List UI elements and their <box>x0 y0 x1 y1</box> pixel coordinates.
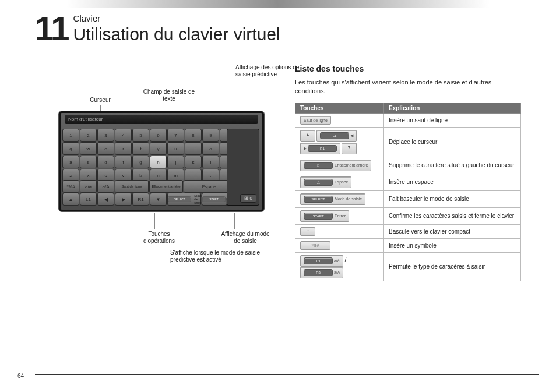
keyboard-diagram: Affichage des options de saisie prédicti… <box>58 64 266 216</box>
key-input-mode: SELECT Mode de saisie <box>167 193 201 206</box>
callout-predictive-display: Affichage des options de saisie prédicti… <box>235 64 305 78</box>
section-name: Clavier <box>73 13 280 23</box>
table-row: ▲L1 ◀▶ R1▼Déplace le curseur <box>295 127 521 157</box>
explanation-cell: Déplace le curseur <box>384 127 521 157</box>
key-e: e <box>97 142 114 155</box>
callout-predictive-note: S'affiche lorsque le mode de saisie préd… <box>170 249 275 263</box>
callout-operation-keys: Touches d'opérations <box>133 231 185 245</box>
explanation-cell: Insère un espace <box>384 174 521 190</box>
callout-text-field: Champ de saisie de texte <box>140 89 198 103</box>
key-4: 4 <box>115 129 132 142</box>
key-cell: SELECTMode de saisie <box>295 190 384 207</box>
keycap: SELECTMode de saisie <box>300 193 365 205</box>
page-header: 11 Clavier Utilisation du clavier virtue… <box>35 12 280 45</box>
key-d: d <box>97 156 114 168</box>
key-o: o <box>202 142 219 155</box>
table-row: △EspaceInsère un espace <box>295 174 521 190</box>
key-l3-accent: a/à <box>80 180 97 193</box>
key-1: 1 <box>62 129 79 142</box>
key-i: i <box>185 142 202 155</box>
table-row: □Effacement arrièreSupprime le caractère… <box>295 157 521 174</box>
table-row: Saut de ligneInsère un saut de ligne <box>295 113 521 127</box>
key-cell: ⠿ <box>295 224 384 238</box>
key-t: t <box>132 142 149 155</box>
key-g: g <box>132 156 149 168</box>
right-column: Liste des touches Les touches qui s'affi… <box>295 64 521 369</box>
keycap: *%# <box>300 241 330 250</box>
header-rule <box>17 33 539 33</box>
chapter-number: 11 <box>35 12 67 45</box>
key-l1: L1 <box>80 193 97 206</box>
top-gradient <box>0 0 556 8</box>
key-r1: R1 <box>132 193 149 206</box>
key-8: 8 <box>185 129 202 142</box>
key-cell: *%# <box>295 238 384 252</box>
grid-icon: ⠿ <box>300 227 315 236</box>
key-cell: L3 a/à / R3 a/A <box>295 252 384 281</box>
key-w: w <box>80 142 97 155</box>
key-cell: □Effacement arrière <box>295 157 384 174</box>
keycap: ▲ <box>300 130 315 142</box>
explanation-cell: Supprime le caractère situé à gauche du … <box>384 157 521 174</box>
key-s: s <box>80 156 97 168</box>
key-r: r <box>115 142 132 155</box>
virtual-keyboard: Nom d'utilisateur 1234567890qwertyuiopas… <box>58 111 265 212</box>
text-input-field: Nom d'utilisateur <box>65 115 258 124</box>
key-left: ◀ <box>97 193 114 206</box>
grid-chip-icon: ⊞ 0 <box>240 194 256 203</box>
table-row: STARTEntrerConfirme les caractères saisi… <box>295 207 521 224</box>
right-heading: Liste des touches <box>295 64 521 73</box>
prediction-panel: ⊞ 0 <box>227 129 259 206</box>
page-number: 64 <box>17 373 540 379</box>
explanation-cell: Fait basculer le mode de saisie <box>384 190 521 207</box>
table-row: ⠿Bascule vers le clavier compact <box>295 224 521 238</box>
keycap: □Effacement arrière <box>300 160 371 171</box>
main-columns: Affichage des options de saisie prédicti… <box>35 64 521 369</box>
table-row: *%#Insère un symbole <box>295 238 521 252</box>
key-u: u <box>167 142 184 155</box>
explanation-cell: Bascule vers le clavier compact <box>384 224 521 238</box>
explanation-cell: Confirme les caractères saisis et ferme … <box>384 207 521 224</box>
keycap: L1 ◀ <box>316 130 357 142</box>
key-backspace: Effacement arrière <box>149 180 183 193</box>
callout-cursor: Curseur <box>83 97 118 104</box>
key-cell: STARTEntrer <box>295 207 384 224</box>
explanation-cell: Insère un saut de ligne <box>384 113 521 127</box>
th-expl: Explication <box>384 103 521 113</box>
key-line-break: Saut de ligne <box>115 180 149 193</box>
keys-table: Touches Explication Saut de ligneInsère … <box>295 103 521 281</box>
table-row: L3 a/à / R3 a/APermute le type de caracè… <box>295 252 521 281</box>
explanation-cell: Insère un symbole <box>384 238 521 252</box>
key-5: 5 <box>132 129 149 142</box>
keycap: STARTEntrer <box>300 210 349 222</box>
key-3: 3 <box>97 129 114 142</box>
key-down: ▼ <box>150 193 167 206</box>
key-k: k <box>185 156 202 168</box>
keycap: ▶ R1 <box>300 143 340 154</box>
key-up: ▲ <box>62 193 79 206</box>
key-f: f <box>115 156 132 168</box>
key-l: l <box>202 156 219 168</box>
key-cell: △Espace <box>295 174 384 190</box>
keycap: △Espace <box>300 176 351 188</box>
keycap: ▼ <box>342 143 357 154</box>
table-row: SELECTMode de saisieFait basculer le mod… <box>295 190 521 207</box>
key-9: 9 <box>202 129 219 142</box>
keycap: Saut de ligne <box>300 116 331 125</box>
key-cell: ▲L1 ◀▶ R1▼ <box>295 127 384 157</box>
left-column: Affichage des options de saisie prédicti… <box>35 64 274 369</box>
page-title: Utilisation du clavier virtuel <box>73 24 280 44</box>
key-q: q <box>62 142 79 155</box>
key-cell: Saut de ligne <box>295 113 384 127</box>
callout-input-mode-display: Affichage du mode de saisie <box>219 231 272 245</box>
key-symbols: *%# <box>62 180 79 193</box>
key-6: 6 <box>150 129 167 142</box>
explanation-cell: Permute le type de caracères à saisir <box>384 252 521 281</box>
key-right: ▶ <box>115 193 132 206</box>
key-y: y <box>150 142 167 155</box>
key-7: 7 <box>167 129 184 142</box>
key-a: a <box>62 156 79 168</box>
key-2: 2 <box>80 129 97 142</box>
key-r3-case: a/A <box>97 180 114 193</box>
key-j: j <box>167 156 184 168</box>
